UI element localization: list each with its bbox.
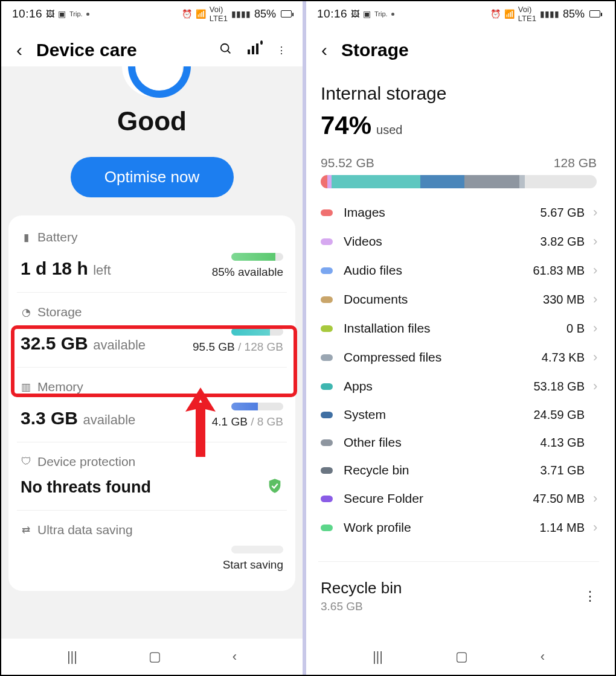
storage-bar	[321, 175, 597, 188]
category-size: 53.18 GB	[533, 380, 585, 394]
back-button[interactable]: ‹	[317, 40, 332, 60]
storage-item[interactable]: ◔ Storage 32.5 GB available 95.5 GB / 12…	[17, 293, 287, 368]
category-color-icon	[321, 209, 333, 216]
shield-ok-icon	[266, 477, 283, 494]
status-bar: 10:16 🖼 ▣ Trip. ⏰ 📶 Voi)LTE1 ▮▮▮▮ 85%	[306, 1, 611, 27]
optimise-button[interactable]: Optimise now	[71, 157, 234, 197]
alarm-icon: ⏰	[182, 9, 192, 19]
chevron-right-icon: ›	[593, 349, 603, 365]
used-gb: 95.52 GB	[321, 156, 374, 170]
memory-item[interactable]: ▥ Memory 3.3 GB available 4.1 GB / 8 GB	[17, 368, 287, 442]
recents-button[interactable]: |||	[373, 649, 383, 665]
home-button[interactable]: ▢	[455, 649, 468, 665]
storage-value: 32.5 GB	[21, 333, 88, 353]
clock: 10:16	[317, 7, 347, 21]
category-name: Secure Folder	[344, 491, 533, 506]
category-size: 1.14 MB	[540, 521, 585, 535]
battery-item[interactable]: ▮ Battery 1 d 18 h left 85% available	[17, 218, 287, 293]
recycle-title: Recycle bin	[321, 579, 583, 598]
category-name: Images	[344, 205, 541, 220]
ultra-data-item[interactable]: ⇄ Ultra data saving Start saving	[17, 511, 287, 585]
category-row[interactable]: Secure Folder47.50 MB›	[318, 484, 605, 513]
category-color-icon	[321, 325, 333, 332]
chevron-right-icon: ›	[593, 320, 603, 336]
home-button[interactable]: ▢	[149, 649, 161, 665]
ultra-start: Start saving	[223, 558, 283, 572]
signal-icon: ▮▮▮▮	[540, 9, 559, 19]
storage-mini-icon: ◔	[21, 306, 31, 319]
nav-back-button[interactable]: ‹	[233, 649, 237, 665]
category-size: 5.67 GB	[541, 206, 585, 220]
category-size: 0 B	[566, 322, 585, 336]
battery-mini-icon: ▮	[21, 231, 31, 244]
category-row[interactable]: Images5.67 GB›	[318, 198, 605, 227]
search-icon[interactable]	[217, 42, 235, 58]
category-name: Work profile	[344, 520, 540, 535]
chart-icon[interactable]	[245, 43, 263, 57]
category-row[interactable]: Apps53.18 GB›	[318, 372, 605, 401]
chevron-right-icon: ›	[593, 378, 603, 394]
protection-label: Device protection	[37, 454, 135, 469]
category-row[interactable]: Videos3.82 GB›	[318, 227, 605, 256]
header: ‹ Device care ⋮	[1, 27, 303, 66]
memory-bar	[231, 403, 283, 410]
recycle-bin-item[interactable]: Recycle bin 3.65 GB ⋮	[306, 562, 611, 617]
category-row[interactable]: Compressed files4.73 KB›	[318, 343, 605, 372]
nav-back-button[interactable]: ‹	[541, 649, 545, 665]
category-name: Audio files	[344, 263, 533, 278]
pic-icon: 🖼	[351, 9, 359, 19]
category-name: Other files	[344, 435, 541, 450]
svg-line-1	[228, 51, 231, 54]
battery-icon	[589, 10, 600, 18]
category-row: Other files4.13 GB	[318, 429, 605, 456]
category-size: 24.59 GB	[533, 408, 585, 422]
more-dot-icon	[391, 13, 394, 16]
category-color-icon	[321, 383, 333, 390]
battery-pct: 85%	[563, 8, 585, 21]
category-color-icon	[321, 412, 333, 418]
category-color-icon	[321, 525, 333, 531]
chevron-right-icon: ›	[593, 520, 603, 535]
category-row: Recycle bin3.71 GB	[318, 456, 605, 484]
nav-bar: ||| ▢ ‹	[306, 639, 611, 675]
page-title: Storage	[341, 40, 599, 60]
category-row[interactable]: Documents330 MB›	[318, 285, 605, 314]
recycle-size: 3.65 GB	[321, 600, 583, 613]
memory-mini-icon: ▥	[21, 381, 31, 394]
status-label: Good	[1, 106, 303, 136]
category-color-icon	[321, 267, 333, 274]
memory-used-total: 4.1 GB / 8 GB	[212, 415, 283, 429]
battery-icon	[281, 10, 292, 18]
body: Internal storage 74% used 95.52 GB 128 G…	[306, 66, 611, 639]
device-care-screen: 10:16 🖼 ▣ Trip. ⏰ 📶 Voi)LTE1 ▮▮▮▮ 85% ‹ …	[1, 1, 306, 675]
alarm-icon: ⏰	[490, 9, 501, 19]
back-button[interactable]: ‹	[12, 40, 27, 60]
category-size: 3.82 GB	[541, 235, 585, 249]
battery-available: 85% available	[212, 266, 283, 279]
category-size: 4.73 KB	[542, 351, 585, 365]
lte-icon: Voi)LTE1	[210, 5, 228, 23]
chevron-right-icon: ›	[593, 491, 603, 506]
chevron-right-icon: ›	[593, 263, 603, 278]
used-pct: 74%	[321, 111, 371, 140]
category-row[interactable]: Work profile1.14 MB›	[318, 513, 605, 542]
pic-icon: 🖼	[46, 9, 54, 19]
shield-mini-icon: 🛡	[21, 456, 31, 468]
category-size: 4.13 GB	[541, 436, 585, 450]
status-bar: 10:16 🖼 ▣ Trip. ⏰ 📶 Voi)LTE1 ▮▮▮▮ 85%	[1, 1, 303, 27]
category-row[interactable]: Audio files61.83 MB›	[318, 256, 605, 285]
memory-label: Memory	[37, 380, 83, 394]
category-row[interactable]: Installation files0 B›	[318, 314, 605, 343]
protection-item[interactable]: 🛡 Device protection No threats found	[17, 442, 287, 511]
category-name: Installation files	[344, 321, 566, 336]
body: Good Optimise now ▮ Battery 1 d 18 h lef…	[1, 66, 303, 639]
page-title: Device care	[36, 40, 207, 60]
used-label: used	[376, 123, 402, 137]
category-name: Documents	[344, 292, 543, 307]
lte-icon: Voi)LTE1	[518, 5, 536, 23]
signal-icon: ▮▮▮▮	[231, 9, 251, 19]
more-icon[interactable]: ⋮	[583, 588, 597, 604]
more-icon[interactable]: ⋮	[272, 45, 290, 56]
recents-button[interactable]: |||	[67, 649, 77, 665]
category-color-icon	[321, 354, 333, 361]
